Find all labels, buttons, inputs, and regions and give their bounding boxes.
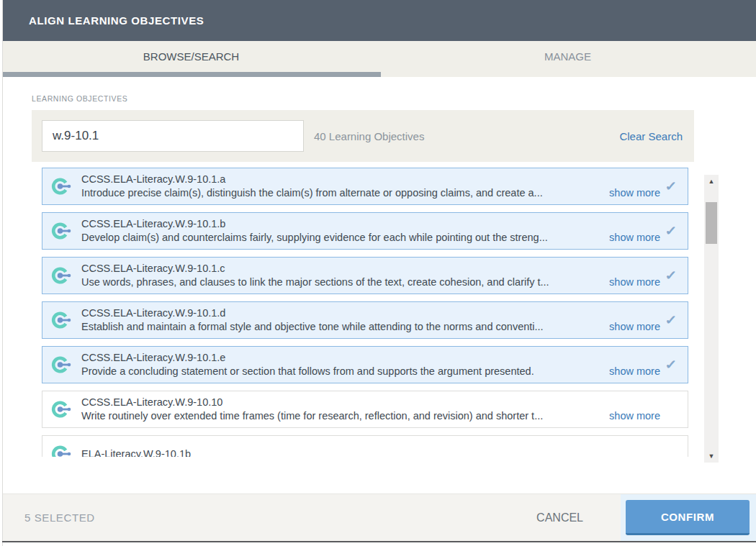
objective-code: CCSS.ELA-Literacy.W.9-10.1.d bbox=[81, 306, 660, 320]
objective-description: Use words, phrases, and clauses to link … bbox=[81, 276, 600, 289]
learning-objective-icon bbox=[51, 354, 73, 376]
objective-row[interactable]: CCSS.ELA-Literacy.W.9-10.1.b Develop cla… bbox=[42, 212, 688, 250]
objective-row[interactable]: CCSS.ELA-Literacy.W.9-10.1.e Provide a c… bbox=[42, 346, 688, 383]
objective-code: ELA-Literacy.W.9-10.1b bbox=[81, 447, 660, 458]
search-panel: 40 Learning Objectives Clear Search bbox=[32, 110, 694, 162]
check-icon: ✓ bbox=[659, 268, 684, 283]
learning-objective-icon bbox=[51, 220, 73, 242]
objective-row[interactable]: CCSS.ELA-Literacy.W.9-10.10 Write routin… bbox=[42, 391, 688, 428]
list-scrollbar[interactable]: ▲ ▼ bbox=[704, 175, 719, 463]
show-more-link[interactable]: show more bbox=[609, 365, 660, 377]
objective-text: CCSS.ELA-Literacy.W.9-10.1.b Develop cla… bbox=[81, 217, 660, 245]
search-input[interactable] bbox=[42, 120, 304, 152]
check-icon: ✓ bbox=[659, 357, 684, 373]
learning-objective-icon bbox=[51, 309, 73, 331]
tab-manage[interactable]: MANAGE bbox=[379, 41, 756, 72]
tab-browse-search[interactable]: BROWSE/SEARCH bbox=[3, 41, 379, 72]
selected-count: 5 SELECTED bbox=[24, 511, 536, 524]
dialog-footer: 5 SELECTED CANCEL CONFIRM bbox=[3, 493, 756, 541]
objective-description: Introduce precise claim(s), distinguish … bbox=[81, 186, 600, 200]
objective-description: Establish and maintain a formal style an… bbox=[81, 320, 600, 334]
tab-bar: BROWSE/SEARCH MANAGE bbox=[3, 41, 756, 72]
result-count: 40 Learning Objectives bbox=[314, 130, 619, 142]
objective-description: Develop claim(s) and counterclaims fairl… bbox=[81, 231, 600, 245]
objective-text: CCSS.ELA-Literacy.W.9-10.1.a Introduce p… bbox=[81, 173, 660, 200]
clear-search-link[interactable]: Clear Search bbox=[619, 130, 683, 142]
objective-text: CCSS.ELA-Literacy.W.9-10.1.d Establish a… bbox=[81, 306, 660, 334]
scroll-down-icon: ▼ bbox=[708, 452, 715, 460]
objective-list-area: CCSS.ELA-Literacy.W.9-10.1.a Introduce p… bbox=[3, 168, 756, 457]
learning-objective-icon bbox=[51, 265, 73, 286]
objective-row[interactable]: ELA-Literacy.W.9-10.1b bbox=[42, 435, 688, 457]
tab-manage-label: MANAGE bbox=[544, 50, 591, 63]
active-tab-indicator bbox=[3, 72, 381, 77]
objective-description: Provide a concluding statement or sectio… bbox=[81, 365, 600, 378]
tab-indicator-rest bbox=[381, 72, 756, 77]
show-more-link[interactable]: show more bbox=[609, 321, 660, 332]
learning-objective-icon bbox=[51, 443, 73, 457]
objective-text: CCSS.ELA-Literacy.W.9-10.10 Write routin… bbox=[81, 396, 660, 423]
check-icon: ✓ bbox=[659, 178, 684, 194]
learning-objective-icon bbox=[51, 176, 73, 197]
show-more-link[interactable]: show more bbox=[609, 187, 660, 199]
show-more-link[interactable]: show more bbox=[609, 232, 660, 243]
dialog-header: ALIGN LEARNING OBJECTIVES bbox=[3, 0, 756, 41]
objective-row[interactable]: CCSS.ELA-Literacy.W.9-10.1.a Introduce p… bbox=[42, 168, 688, 205]
scrollbar-thumb[interactable] bbox=[706, 202, 717, 244]
learning-objective-icon bbox=[51, 399, 73, 420]
objective-row[interactable]: CCSS.ELA-Literacy.W.9-10.1.d Establish a… bbox=[42, 301, 688, 339]
confirm-button[interactable]: CONFIRM bbox=[626, 500, 750, 535]
objective-code: CCSS.ELA-Literacy.W.9-10.1.a bbox=[81, 173, 660, 186]
objective-text: ELA-Literacy.W.9-10.1b bbox=[81, 447, 660, 458]
objective-text: CCSS.ELA-Literacy.W.9-10.1.c Use words, … bbox=[81, 262, 660, 289]
objective-description: Write routinely over extended time frame… bbox=[81, 409, 600, 423]
scroll-up-icon: ▲ bbox=[708, 178, 715, 185]
show-more-link[interactable]: show more bbox=[609, 410, 660, 422]
confirm-button-halo: CONFIRM bbox=[621, 494, 756, 542]
dialog-title: ALIGN LEARNING OBJECTIVES bbox=[29, 14, 204, 27]
align-learning-objectives-dialog: ALIGN LEARNING OBJECTIVES BROWSE/SEARCH … bbox=[2, 0, 756, 546]
tab-browse-search-label: BROWSE/SEARCH bbox=[143, 50, 239, 63]
learning-objectives-section-label: LEARNING OBJECTIVES bbox=[32, 94, 756, 103]
tab-indicator-row bbox=[3, 72, 756, 77]
scrollbar-track[interactable] bbox=[704, 188, 719, 450]
show-more-link[interactable]: show more bbox=[609, 276, 660, 288]
cancel-button[interactable]: CANCEL bbox=[536, 511, 583, 524]
objective-code: CCSS.ELA-Literacy.W.9-10.1.e bbox=[81, 351, 660, 365]
objective-code: CCSS.ELA-Literacy.W.9-10.10 bbox=[81, 396, 660, 409]
objective-code: CCSS.ELA-Literacy.W.9-10.1.c bbox=[81, 262, 660, 276]
check-icon: ✓ bbox=[659, 223, 684, 239]
scroll-up-button[interactable]: ▲ bbox=[704, 175, 719, 188]
objective-row[interactable]: CCSS.ELA-Literacy.W.9-10.1.c Use words, … bbox=[42, 257, 688, 294]
scroll-down-button[interactable]: ▼ bbox=[704, 450, 719, 463]
check-icon: ✓ bbox=[659, 312, 684, 328]
objective-code: CCSS.ELA-Literacy.W.9-10.1.b bbox=[81, 217, 660, 231]
window-bottom-edge bbox=[2, 541, 756, 542]
objective-text: CCSS.ELA-Literacy.W.9-10.1.e Provide a c… bbox=[81, 351, 660, 378]
objective-list: CCSS.ELA-Literacy.W.9-10.1.a Introduce p… bbox=[42, 168, 688, 457]
